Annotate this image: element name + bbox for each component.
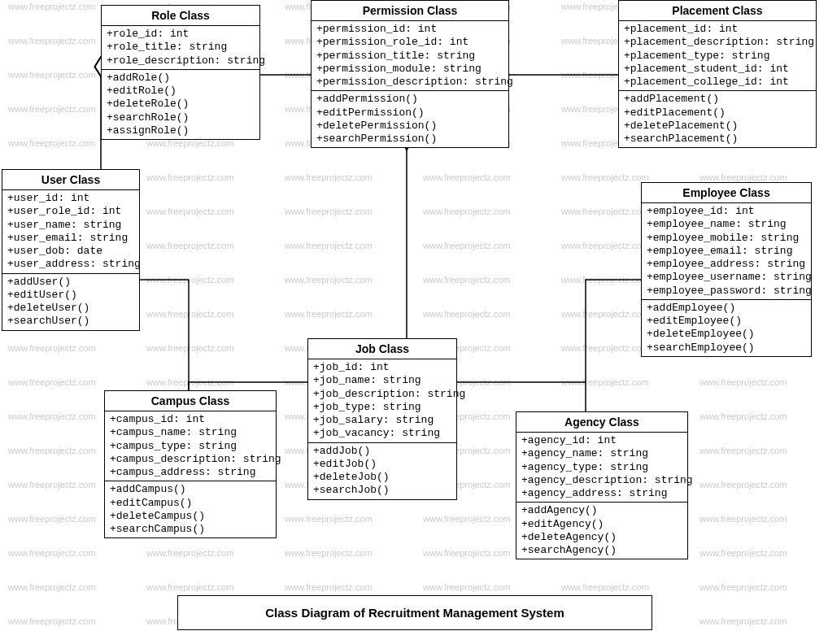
class-member-line: +placement_type: string — [624, 50, 811, 63]
watermark-text: www.freeprojectz.com — [699, 446, 787, 455]
class-member-line: +searchPlacement() — [624, 133, 811, 146]
class-member-line: +searchJob() — [313, 484, 451, 497]
class-member-line: +job_name: string — [313, 374, 451, 387]
class-member-line: +searchUser() — [7, 315, 134, 328]
watermark-text: www.freeprojectz.com — [8, 480, 96, 490]
class-member-line: +deleteRole() — [107, 98, 255, 111]
class-member-line: +editCampus() — [110, 497, 271, 510]
watermark-text: www.freeprojectz.com — [561, 275, 649, 285]
campus-class-title: Campus Class — [105, 391, 276, 411]
watermark-text: www.freeprojectz.com — [146, 548, 234, 558]
watermark-text: www.freeprojectz.com — [423, 275, 511, 285]
class-member-line: +job_salary: string — [313, 414, 451, 427]
watermark-text: www.freeprojectz.com — [8, 582, 96, 592]
watermark-text: www.freeprojectz.com — [8, 377, 96, 387]
watermark-text: www.freeprojectz.com — [285, 514, 373, 524]
watermark-text: www.freeprojectz.com — [285, 309, 373, 319]
watermark-text: www.freeprojectz.com — [146, 377, 234, 387]
campus-class-box: Campus Class +campus_id: int+campus_name… — [104, 390, 277, 538]
class-member-line: +permission_title: string — [316, 50, 503, 63]
watermark-text: www.freeprojectz.com — [699, 548, 787, 558]
watermark-text: www.freeprojectz.com — [699, 172, 787, 182]
watermark-text: www.freeprojectz.com — [699, 616, 787, 626]
class-member-line: +job_type: string — [313, 401, 451, 414]
class-member-line: +campus_description: string — [110, 453, 271, 466]
class-member-line: +agency_name: string — [521, 447, 682, 460]
class-member-line: +permission_module: string — [316, 63, 503, 76]
watermark-text: www.freeprojectz.com — [8, 446, 96, 455]
watermark-text: www.freeprojectz.com — [8, 548, 96, 558]
class-member-line: +agency_type: string — [521, 461, 682, 474]
watermark-text: www.freeprojectz.com — [285, 207, 373, 216]
watermark-text: www.freeprojectz.com — [146, 582, 234, 592]
class-member-line: +editEmployee() — [647, 315, 806, 328]
class-member-line: +editAgency() — [521, 518, 682, 531]
job-class-methods: +addJob()+editJob()+deleteJob()+searchJo… — [308, 443, 456, 499]
employee-class-methods: +addEmployee()+editEmployee()+deleteEmpl… — [642, 300, 811, 356]
watermark-text: www.freeprojectz.com — [8, 343, 96, 353]
class-member-line: +role_title: string — [107, 41, 255, 54]
class-member-line: +deleteJob() — [313, 471, 451, 484]
class-member-line: +addRole() — [107, 72, 255, 85]
watermark-text: www.freeprojectz.com — [146, 309, 234, 319]
class-member-line: +employee_mobile: string — [647, 232, 806, 245]
class-member-line: +campus_id: int — [110, 413, 271, 426]
class-member-line: +employee_id: int — [647, 205, 806, 218]
role-class-attributes: +role_id: int+role_title: string+role_de… — [102, 26, 259, 70]
class-member-line: +employee_email: string — [647, 245, 806, 258]
watermark-text: www.freeprojectz.com — [146, 207, 234, 216]
class-member-line: +job_description: string — [313, 388, 451, 401]
watermark-text: www.freeprojectz.com — [423, 172, 511, 182]
watermark-text: www.freeprojectz.com — [285, 172, 373, 182]
campus-class-attributes: +campus_id: int+campus_name: string+camp… — [105, 411, 276, 481]
class-member-line: +user_address: string — [7, 258, 134, 271]
class-member-line: +searchAgency() — [521, 544, 682, 557]
watermark-text: www.freeprojectz.com — [146, 241, 234, 250]
class-member-line: +searchCampus() — [110, 523, 271, 536]
watermark-text: www.freeprojectz.com — [8, 2, 96, 11]
class-member-line: +addUser() — [7, 276, 134, 289]
class-member-line: +campus_address: string — [110, 466, 271, 479]
watermark-text: www.freeprojectz.com — [423, 582, 511, 592]
class-member-line: +addPermission() — [316, 93, 503, 106]
agency-class-title: Agency Class — [516, 412, 687, 433]
placement-class-title: Placement Class — [619, 1, 816, 21]
watermark-text: www.freeprojectz.com — [285, 241, 373, 250]
employee-class-box: Employee Class +employee_id: int+employe… — [641, 182, 812, 357]
class-member-line: +editPlacement() — [624, 107, 811, 120]
class-member-line: +addCampus() — [110, 483, 271, 496]
class-member-line: +deleteCampus() — [110, 510, 271, 523]
class-member-line: +deleteAgency() — [521, 531, 682, 544]
placement-class-methods: +addPlacement()+editPlacement()+deletePl… — [619, 91, 816, 147]
watermark-text: www.freeprojectz.com — [8, 138, 96, 148]
employee-class-attributes: +employee_id: int+employee_name: string+… — [642, 203, 811, 300]
class-member-line: +user_role_id: int — [7, 205, 134, 218]
class-member-line: +user_dob: date — [7, 245, 134, 258]
class-member-line: +addEmployee() — [647, 302, 806, 315]
class-member-line: +addAgency() — [521, 504, 682, 517]
class-member-line: +role_description: string — [107, 54, 255, 67]
watermark-text: www.freeprojectz.com — [8, 104, 96, 114]
class-member-line: +placement_id: int — [624, 23, 811, 36]
class-member-line: +agency_description: string — [521, 474, 682, 487]
placement-class-attributes: +placement_id: int+placement_description… — [619, 21, 816, 91]
placement-class-box: Placement Class +placement_id: int+place… — [618, 0, 817, 148]
watermark-text: www.freeprojectz.com — [8, 514, 96, 524]
watermark-text: www.freeprojectz.com — [423, 241, 511, 250]
watermark-text: www.freeprojectz.com — [146, 343, 234, 353]
agency-class-methods: +addAgency()+editAgency()+deleteAgency()… — [516, 503, 687, 559]
watermark-text: www.freeprojectz.com — [561, 241, 649, 250]
class-member-line: +employee_address: string — [647, 258, 806, 271]
role-class-title: Role Class — [102, 6, 259, 26]
job-class-title: Job Class — [308, 339, 456, 359]
diagram-title-text: Class Diagram of Recruitment Management … — [265, 606, 564, 620]
class-member-line: +employee_name: string — [647, 218, 806, 231]
watermark-text: www.freeprojectz.com — [699, 582, 787, 592]
class-member-line: +placement_college_id: int — [624, 76, 811, 89]
watermark-text: www.freeprojectz.com — [561, 582, 649, 592]
class-member-line: +user_id: int — [7, 192, 134, 205]
permission-class-box: Permission Class +permission_id: int+per… — [311, 0, 509, 148]
watermark-text: www.freeprojectz.com — [285, 582, 373, 592]
class-member-line: +assignRole() — [107, 124, 255, 137]
class-member-line: +deletePlacement() — [624, 120, 811, 133]
